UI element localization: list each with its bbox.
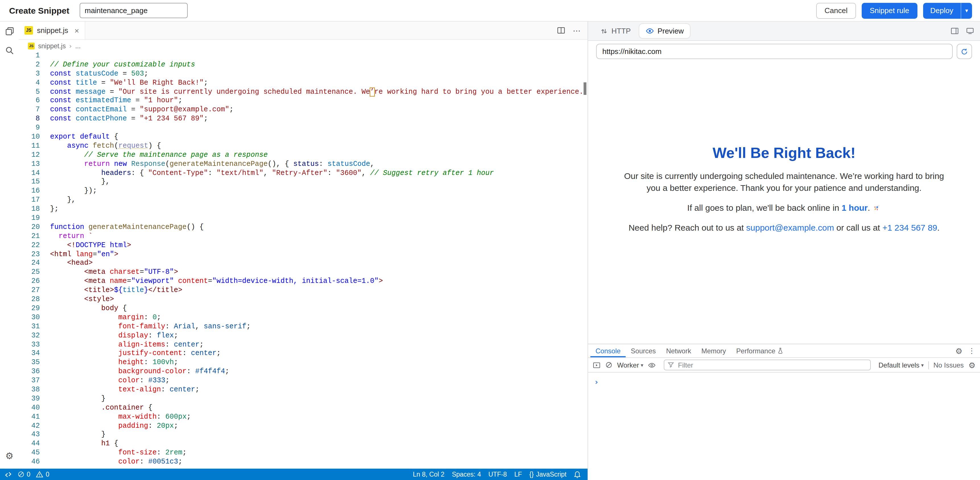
code-line[interactable]: 6const estimatedTime = "1 hour"; xyxy=(19,97,587,106)
tab-network[interactable]: Network xyxy=(661,344,696,357)
clear-console-icon[interactable] xyxy=(605,361,612,369)
code-line[interactable]: 20function generateMaintenancePage() { xyxy=(19,223,587,232)
code-line[interactable]: 32 display: flex; xyxy=(19,331,587,341)
tab-snippet-js[interactable]: JS snippet.js × xyxy=(19,22,85,39)
phone-link[interactable]: +1 234 567 89 xyxy=(883,222,937,232)
code-line[interactable]: 2// Define your customizable inputs xyxy=(19,61,587,70)
code-line[interactable]: 44 h1 { xyxy=(19,440,587,449)
code-line[interactable]: 29 body { xyxy=(19,304,587,314)
line-number: 33 xyxy=(19,341,40,350)
code-line[interactable]: 4const title = "We'll Be Right Back!"; xyxy=(19,79,587,88)
code-line[interactable]: 7const contactEmail = "support@example.c… xyxy=(19,106,587,115)
code-line[interactable]: 37 color: #333; xyxy=(19,377,587,386)
refresh-button[interactable] xyxy=(957,44,972,59)
code-line[interactable]: 1 xyxy=(19,52,587,61)
code-line[interactable]: 41 max-width: 600px; xyxy=(19,413,587,422)
code-line[interactable]: 22 <!DOCTYPE html> xyxy=(19,241,587,250)
notifications-bell-icon[interactable] xyxy=(574,470,581,478)
tab-sources[interactable]: Sources xyxy=(626,344,661,357)
deploy-dropdown-button[interactable]: ▾ xyxy=(961,3,972,19)
tab-http[interactable]: HTTP xyxy=(594,24,637,38)
code-line[interactable]: 21 return ` xyxy=(19,232,587,241)
live-expression-eye-icon[interactable] xyxy=(648,361,656,369)
log-levels-dropdown[interactable]: Default levels ▾ xyxy=(878,361,924,369)
cancel-button[interactable]: Cancel xyxy=(816,3,856,19)
code-line[interactable]: 15 }, xyxy=(19,178,587,187)
code-line[interactable]: 42 padding: 20px; xyxy=(19,422,587,431)
console-prompt[interactable]: › xyxy=(595,378,598,386)
code-line[interactable]: 23<html lang="en"> xyxy=(19,250,587,259)
breadcrumb-more: ... xyxy=(75,42,81,49)
split-editor-icon[interactable] xyxy=(557,26,565,35)
code-line[interactable]: 27 <title>${title}</title> xyxy=(19,286,587,295)
code-line[interactable]: 16 }); xyxy=(19,187,587,196)
code-editor[interactable]: 12// Define your customizable inputs3con… xyxy=(19,52,587,469)
more-actions-icon[interactable]: ⋯ xyxy=(573,26,581,35)
console-output[interactable]: › xyxy=(588,373,980,480)
code-line[interactable]: 26 <meta name="viewport" content="width=… xyxy=(19,277,587,287)
encoding-setting[interactable]: UTF-8 xyxy=(488,471,507,478)
snippet-rule-button[interactable]: Snippet rule xyxy=(862,3,917,19)
code-line[interactable]: 28 <style> xyxy=(19,295,587,304)
code-line[interactable]: 43 } xyxy=(19,431,587,440)
remote-indicator-icon[interactable] xyxy=(5,470,12,478)
code-line-text: const statusCode = 503; xyxy=(40,70,148,79)
code-line[interactable]: 34 justify-content: center; xyxy=(19,350,587,359)
warnings-indicator[interactable]: 0 xyxy=(36,471,49,478)
code-line[interactable]: 24 <head> xyxy=(19,259,587,268)
breadcrumb[interactable]: JS snippet.js › ... xyxy=(19,40,587,52)
code-line[interactable]: 38 text-align: center; xyxy=(19,386,587,395)
copy-icon[interactable] xyxy=(0,22,19,41)
indentation-setting[interactable]: Spaces: 4 xyxy=(452,471,481,478)
code-line[interactable]: 39 } xyxy=(19,395,587,404)
code-line[interactable]: 14 headers: { "Content-Type": "text/html… xyxy=(19,169,587,178)
code-line[interactable]: 8const contactPhone = "+1 234 567 89"; xyxy=(19,115,587,124)
code-line[interactable]: 33 align-items: center; xyxy=(19,341,587,350)
code-line[interactable]: 17 }, xyxy=(19,196,587,205)
support-email-link[interactable]: support@example.com xyxy=(746,222,834,232)
kebab-menu-icon[interactable]: ⋮ xyxy=(968,347,975,355)
language-mode[interactable]: {} JavaScript xyxy=(529,471,566,478)
gear-icon[interactable]: ⚙ xyxy=(955,347,963,355)
preview-url-input[interactable] xyxy=(596,44,953,59)
cursor-position[interactable]: Ln 8, Col 2 xyxy=(413,471,444,478)
console-sidebar-icon[interactable] xyxy=(593,361,601,369)
snippet-name-input[interactable] xyxy=(80,3,188,18)
chevron-down-icon: ▾ xyxy=(965,7,968,14)
tab-memory[interactable]: Memory xyxy=(696,344,731,357)
code-line[interactable]: 5const message = "Our site is currently … xyxy=(19,88,587,97)
code-line[interactable]: 25 <meta charset="UTF-8"> xyxy=(19,268,587,277)
tab-preview[interactable]: Preview xyxy=(639,24,690,38)
device-toolbar-icon[interactable] xyxy=(966,27,974,35)
code-line[interactable]: 19 xyxy=(19,214,587,223)
console-filter-input[interactable] xyxy=(677,360,867,369)
code-line[interactable]: 30 margin: 0; xyxy=(19,314,587,323)
gear-icon[interactable]: ⚙ xyxy=(0,446,19,465)
code-line[interactable]: 13 return new Response(generateMaintenan… xyxy=(19,160,587,169)
code-line[interactable]: 11 async fetch(request) { xyxy=(19,142,587,151)
code-line[interactable]: 35 height: 100vh; xyxy=(19,359,587,368)
code-line[interactable]: 9 xyxy=(19,124,587,133)
code-line[interactable]: 45 font-size: 2rem; xyxy=(19,449,587,458)
layout-panel-icon[interactable] xyxy=(950,27,959,35)
code-line[interactable]: 3const statusCode = 503; xyxy=(19,70,587,79)
execution-context-dropdown[interactable]: Worker ▾ xyxy=(617,361,643,369)
tab-console[interactable]: Console xyxy=(590,344,626,357)
eol-setting[interactable]: LF xyxy=(514,471,522,478)
code-line[interactable]: 10export default { xyxy=(19,133,587,142)
console-settings-gear-icon[interactable]: ⚙ xyxy=(968,361,975,369)
line-number: 38 xyxy=(19,386,40,395)
deploy-button[interactable]: Deploy xyxy=(923,3,961,19)
code-line[interactable]: 18}; xyxy=(19,205,587,214)
search-icon[interactable] xyxy=(0,41,19,60)
code-line[interactable]: 31 font-family: Arial, sans-serif; xyxy=(19,322,587,331)
issues-counter[interactable]: No Issues xyxy=(933,361,964,369)
errors-indicator[interactable]: 0 xyxy=(18,471,30,478)
code-line[interactable]: 36 background-color: #f4f4f4; xyxy=(19,368,587,377)
code-line[interactable]: 12 // Serve the maintenance page as a re… xyxy=(19,151,587,160)
close-icon[interactable]: × xyxy=(75,27,79,34)
code-line-text: align-items: center; xyxy=(40,341,204,350)
code-line[interactable]: 40 .container { xyxy=(19,404,587,413)
tab-performance[interactable]: Performance xyxy=(731,344,788,357)
code-line[interactable]: 46 color: #0051c3; xyxy=(19,458,587,467)
